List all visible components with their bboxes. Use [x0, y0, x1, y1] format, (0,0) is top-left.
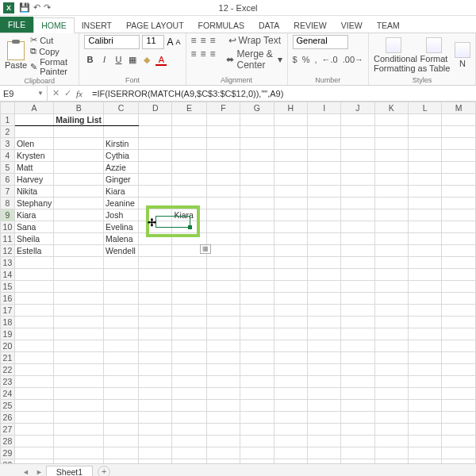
cell-D23[interactable]	[138, 376, 171, 388]
cell-A9[interactable]: Kiara	[14, 209, 53, 221]
row-header-2[interactable]: 2	[1, 126, 15, 138]
col-header-G[interactable]: G	[240, 102, 274, 114]
cell-J25[interactable]	[341, 400, 374, 412]
cell-H27[interactable]	[274, 424, 307, 436]
cell-B2[interactable]	[54, 126, 104, 138]
cell-H7[interactable]	[274, 186, 307, 198]
row-header-27[interactable]: 27	[1, 424, 15, 436]
cell-H29[interactable]	[274, 447, 307, 459]
cell-G29[interactable]	[240, 447, 274, 459]
cell-H18[interactable]	[274, 317, 307, 328]
cell-H21[interactable]	[274, 352, 307, 364]
cell-M13[interactable]	[442, 257, 476, 269]
name-box[interactable]: E9 ▼	[0, 86, 48, 101]
cell-M5[interactable]	[442, 162, 476, 174]
col-header-D[interactable]: D	[138, 102, 171, 114]
cell-C9[interactable]: Josh	[104, 209, 139, 221]
cell-L3[interactable]	[409, 138, 442, 150]
select-all-corner[interactable]	[1, 102, 15, 114]
row-header-16[interactable]: 16	[1, 293, 15, 305]
cell-K23[interactable]	[374, 376, 408, 388]
cell-L13[interactable]	[409, 257, 442, 269]
cell-L15[interactable]	[409, 281, 442, 293]
cell-G22[interactable]	[240, 364, 274, 376]
cell-H26[interactable]	[274, 412, 307, 424]
cell-A6[interactable]: Harvey	[14, 174, 53, 186]
cell-F10[interactable]	[206, 221, 240, 233]
cell-G18[interactable]	[240, 317, 274, 328]
cell-J11[interactable]	[341, 233, 374, 245]
row-header-28[interactable]: 28	[1, 436, 15, 447]
cell-A8[interactable]: Stephany	[14, 198, 53, 209]
sheet-tab-sheet1[interactable]: Sheet1	[46, 466, 93, 476]
cell-K12[interactable]	[374, 245, 408, 257]
cell-C22[interactable]	[104, 364, 139, 376]
cell-A13[interactable]	[14, 257, 53, 269]
cell-C5[interactable]: Azzie	[104, 162, 139, 174]
cell-H22[interactable]	[274, 364, 307, 376]
cell-K8[interactable]	[374, 198, 408, 209]
cell-C13[interactable]	[104, 257, 139, 269]
align-right-icon[interactable]: ≡	[210, 48, 216, 71]
cell-H9[interactable]	[274, 209, 307, 221]
tab-formulas[interactable]: FORMULAS	[191, 18, 251, 33]
cut-button[interactable]: ✂Cut	[30, 35, 74, 45]
cell-L8[interactable]	[409, 198, 442, 209]
row-header-8[interactable]: 8	[1, 198, 15, 209]
cell-B1[interactable]: Mailing List	[54, 114, 104, 126]
cell-A28[interactable]	[14, 436, 53, 447]
row-header-21[interactable]: 21	[1, 352, 15, 364]
font-color-button[interactable]: A	[155, 55, 167, 66]
cell-A27[interactable]	[14, 424, 53, 436]
cell-H11[interactable]	[274, 233, 307, 245]
cell-E17[interactable]	[172, 305, 206, 317]
cell-K15[interactable]	[374, 281, 408, 293]
cell-J30[interactable]	[341, 459, 374, 464]
border-button[interactable]: ▦	[127, 55, 138, 66]
formula-input[interactable]: =IF(ISERROR(MATCH(A9,$C$3:$C$12,0)),"",A…	[87, 89, 476, 98]
cell-K25[interactable]	[374, 400, 408, 412]
row-header-23[interactable]: 23	[1, 376, 15, 388]
cell-I28[interactable]	[308, 436, 341, 447]
cell-L4[interactable]	[409, 150, 442, 162]
cell-C29[interactable]	[104, 447, 139, 459]
cell-D22[interactable]	[138, 364, 171, 376]
cell-E2[interactable]	[172, 126, 206, 138]
cell-F8[interactable]	[206, 198, 240, 209]
cell-I30[interactable]	[308, 459, 341, 464]
bold-button[interactable]: B	[84, 55, 95, 66]
cell-D16[interactable]	[138, 293, 171, 305]
cell-D8[interactable]	[138, 198, 171, 209]
cell-L11[interactable]	[409, 233, 442, 245]
cell-C16[interactable]	[104, 293, 139, 305]
cell-styles-button[interactable]: N	[455, 42, 470, 68]
cell-K14[interactable]	[374, 269, 408, 281]
cell-C21[interactable]	[104, 352, 139, 364]
redo-icon[interactable]: ↷	[44, 2, 51, 13]
increase-decimal-button[interactable]: ←.0	[322, 55, 338, 64]
cell-H5[interactable]	[274, 162, 307, 174]
cell-E11[interactable]	[172, 233, 206, 245]
cell-F28[interactable]	[206, 436, 240, 447]
cell-C28[interactable]	[104, 436, 139, 447]
cell-J22[interactable]	[341, 364, 374, 376]
sheet-nav-next-icon[interactable]: ►	[33, 468, 46, 476]
row-header-4[interactable]: 4	[1, 150, 15, 162]
cell-G28[interactable]	[240, 436, 274, 447]
cell-A24[interactable]	[14, 388, 53, 400]
fx-icon[interactable]: fx	[76, 89, 83, 98]
cell-M14[interactable]	[442, 269, 476, 281]
cell-J5[interactable]	[341, 162, 374, 174]
cell-J17[interactable]	[341, 305, 374, 317]
cell-K11[interactable]	[374, 233, 408, 245]
cell-E22[interactable]	[172, 364, 206, 376]
cell-E6[interactable]	[172, 174, 206, 186]
row-header-1[interactable]: 1	[1, 114, 15, 126]
cell-M7[interactable]	[442, 186, 476, 198]
cell-F21[interactable]	[206, 352, 240, 364]
row-header-25[interactable]: 25	[1, 400, 15, 412]
cell-M16[interactable]	[442, 293, 476, 305]
cell-E25[interactable]	[172, 400, 206, 412]
cell-C20[interactable]	[104, 340, 139, 352]
cell-F27[interactable]	[206, 424, 240, 436]
